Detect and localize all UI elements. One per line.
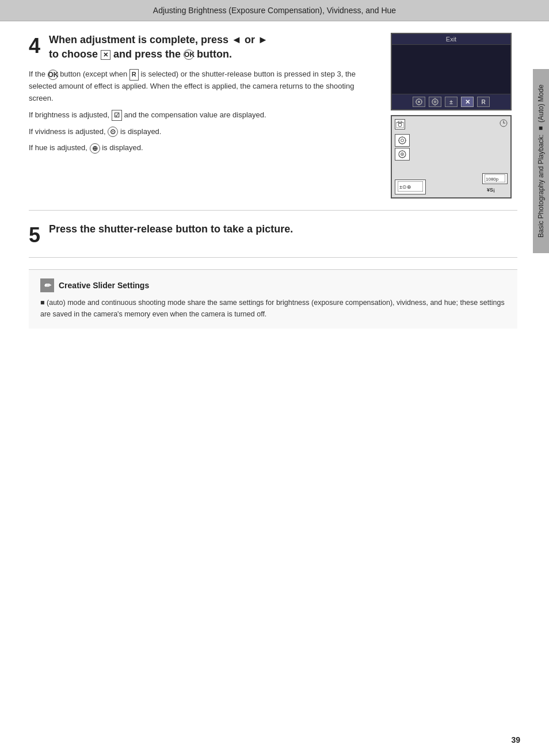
cam-icon-brightness: ±	[445, 97, 458, 107]
main-content: 4 When adjustment is complete, press ◄ o…	[0, 21, 549, 756]
svg-point-13	[398, 123, 402, 127]
note-body: ■ (auto) mode and continuous shooting mo…	[40, 297, 506, 320]
header-title: Adjusting Brightness (Exposure Compensat…	[153, 6, 396, 15]
svg-point-1	[418, 101, 420, 103]
page-number: 39	[511, 735, 520, 744]
cam-icon-vividness	[413, 97, 425, 107]
cam2-bottom-left: ±⊙⊕	[395, 180, 426, 194]
cam2-mid-row	[395, 134, 508, 161]
cam2-top-row	[395, 119, 508, 129]
cam-icon-x: ✕	[461, 97, 474, 107]
cam2-bottom-row: ±⊙⊕ 1080p	[395, 173, 508, 194]
brightness-icon-inline: ☑	[112, 110, 122, 121]
cam2-right-bottom: ¥S¡	[487, 185, 508, 194]
camera-screen-2: ±⊙⊕ 1080p	[391, 115, 512, 198]
svg-text:¥S¡: ¥S¡	[487, 187, 495, 193]
ok-icon-inline: OK	[48, 70, 58, 80]
svg-text:1080p: 1080p	[486, 177, 499, 182]
svg-point-15	[399, 137, 406, 144]
cam-icon-hue	[429, 97, 441, 107]
note-body-text: (auto) mode and continuous shooting mode…	[40, 299, 505, 318]
cam2-stacked-icons	[395, 134, 411, 161]
page-container: Adjusting Brightness (Exposure Compensat…	[0, 0, 549, 756]
note-camera-icon: ■	[40, 299, 45, 307]
page-header: Adjusting Brightness (Exposure Compensat…	[0, 0, 549, 21]
arrow-right-icon: ►	[258, 34, 268, 45]
vividness-icon-inline: ⊙	[108, 127, 118, 137]
step5-section: 5 Press the shutter-release button to ta…	[29, 222, 517, 258]
side-tab-text: Basic Photography and Playback: ■ (Auto)…	[537, 85, 545, 238]
step5-title: Press the shutter-release button to take…	[49, 222, 293, 236]
note-title-text: Creative Slider Settings	[59, 281, 149, 290]
note-box: ✏ Creative Slider Settings ■ (auto) mode…	[29, 269, 517, 329]
camera-screen-1-bottom-bar: ± ✕ R	[392, 94, 510, 109]
step4-para4: If hue is adjusted, ⊕ is displayed.	[29, 142, 379, 154]
cam2-icon2	[395, 148, 410, 161]
step4-body: If the OK button (except when R is selec…	[29, 68, 379, 154]
step4-para1: If the OK button (except when R is selec…	[29, 68, 379, 104]
step4-camera-screens: Exit	[391, 33, 517, 198]
step5-number: 5	[29, 225, 40, 246]
note-title: ✏ Creative Slider Settings	[40, 278, 506, 292]
side-tab: Basic Photography and Playback: ■ (Auto)…	[533, 69, 549, 253]
step4-row: 4 When adjustment is complete, press ◄ o…	[29, 33, 517, 198]
step4-title-area: 4 When adjustment is complete, press ◄ o…	[29, 33, 379, 68]
cam2-right-cluster: 1080p ¥S¡	[482, 173, 508, 194]
svg-point-8	[434, 101, 436, 102]
step4-para2: If brightness is adjusted, ☑ and the com…	[29, 109, 379, 121]
hue-icon-inline: ⊕	[90, 143, 100, 154]
step4-para3: If vividness is adjusted, ⊙ is displayed…	[29, 126, 379, 138]
cam2-right-top: 1080p	[482, 173, 508, 184]
cam2-corner-icon	[500, 119, 508, 128]
camera-exit-label: Exit	[392, 34, 510, 45]
camera-screen-1: Exit	[391, 33, 512, 110]
ok-button-icon: OK	[184, 49, 194, 60]
note-pencil-icon: ✏	[40, 278, 54, 292]
svg-point-16	[401, 139, 404, 142]
cam2-icon1	[395, 134, 410, 147]
arrow-left-icon: ◄	[231, 34, 242, 45]
svg-point-23	[402, 154, 403, 155]
svg-text:±⊙⊕: ±⊙⊕	[399, 184, 411, 190]
cam-icon-r: R	[477, 97, 490, 107]
cam2-camera-icon	[395, 119, 405, 129]
step4-left: 4 When adjustment is complete, press ◄ o…	[29, 33, 379, 198]
r-icon-inline: R	[129, 69, 139, 81]
step4-section: 4 When adjustment is complete, press ◄ o…	[29, 33, 517, 211]
step4-number: 4	[29, 36, 40, 56]
x-icon: ✕	[101, 50, 110, 60]
step4-title: When adjustment is complete, press ◄ or …	[49, 33, 268, 62]
